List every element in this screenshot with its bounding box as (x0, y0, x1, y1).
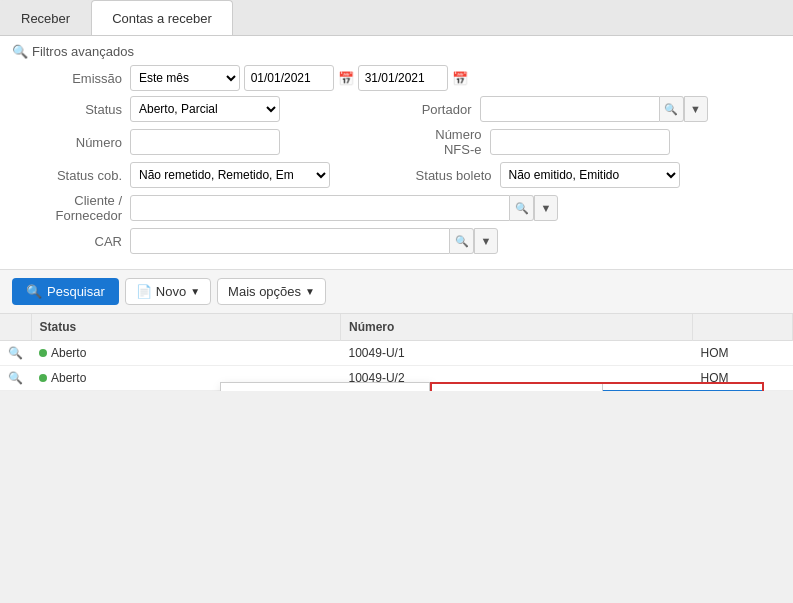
mais-chevron-icon: ▼ (305, 286, 315, 297)
table-area: Status Número 🔍 Aberto 10049-U/1 HOM 🔍 A… (0, 314, 793, 391)
table-row: 🔍 Aberto 10049-U/1 HOM (0, 341, 793, 366)
filter-row-emissao: Emissão Este mês 📅 📅 (12, 65, 781, 91)
menu-emissao[interactable]: Emissão (603, 390, 762, 391)
statusboleto-select[interactable]: Não emitido, Emitido (500, 162, 680, 188)
statuscob-label: Status cob. (12, 168, 122, 183)
document-icon: 📄 (136, 284, 152, 299)
row-numero: 10049-U/1 (341, 341, 693, 366)
tab-receber[interactable]: Receber (0, 0, 91, 35)
nfse-input[interactable] (490, 129, 670, 155)
status-select[interactable]: Aberto, Parcial (130, 96, 280, 122)
numero-input[interactable] (130, 129, 280, 155)
nfse-label: Número NFS-e (402, 127, 482, 157)
portador-input[interactable] (480, 96, 660, 122)
main-context-menu: Visualizar Recibo Histórico do cliente D… (220, 382, 430, 391)
row-search-icon[interactable]: 🔍 (0, 341, 31, 366)
mais-opcoes-button[interactable]: Mais opções ▼ (217, 278, 326, 305)
car-search-btn[interactable]: 🔍 (450, 228, 474, 254)
row-extra: HOM (693, 341, 793, 366)
alterar-submenu-container: Alterar▶ Rastrear▶ Consultar▶ Cobrança b… (430, 382, 764, 391)
filter-row-car: CAR 🔍 ▼ (12, 228, 781, 254)
novo-chevron-icon: ▼ (190, 286, 200, 297)
portador-dropdown-btn[interactable]: ▼ (684, 96, 708, 122)
portador-search-btn[interactable]: 🔍 (660, 96, 684, 122)
emissao-label: Emissão (12, 71, 122, 86)
statuscob-select[interactable]: Não remetido, Remetido, Em (130, 162, 330, 188)
date-from-input[interactable] (244, 65, 334, 91)
cliente-label: Cliente / Fornecedor (12, 193, 122, 223)
cliente-search-btn[interactable]: 🔍 (510, 195, 534, 221)
col-status: Status (31, 314, 341, 341)
filter-row-status: Status Aberto, Parcial Portador 🔍 ▼ (12, 96, 781, 122)
search-icon: 🔍 (26, 284, 42, 299)
calendar-to-icon[interactable]: 📅 (452, 71, 468, 86)
cliente-input[interactable] (130, 195, 510, 221)
car-dropdown-btn[interactable]: ▼ (474, 228, 498, 254)
numero-label: Número (12, 135, 122, 150)
status-label: Status (12, 102, 122, 117)
tabs-bar: Receber Contas a receber (0, 0, 793, 36)
date-to-input[interactable] (358, 65, 448, 91)
tab-contas-a-receber[interactable]: Contas a receber (91, 0, 233, 35)
filter-area: 🔍 Filtros avançados Emissão Este mês 📅 📅… (0, 36, 793, 270)
cliente-dropdown-btn[interactable]: ▼ (534, 195, 558, 221)
results-table: Status Número 🔍 Aberto 10049-U/1 HOM 🔍 A… (0, 314, 793, 391)
car-label: CAR (12, 234, 122, 249)
emissao-select[interactable]: Este mês (130, 65, 240, 91)
filter-row-cliente: Cliente / Fornecedor 🔍 ▼ (12, 193, 781, 223)
advanced-filters-toggle[interactable]: 🔍 Filtros avançados (12, 44, 781, 59)
row-search-icon[interactable]: 🔍 (0, 366, 31, 391)
emissao-submenu: Emissão Vencimento Valor Portador Espéci… (602, 384, 762, 391)
visualizar-title: Visualizar (221, 389, 429, 391)
dropdown-container: Visualizar Recibo Histórico do cliente D… (220, 382, 764, 391)
calendar-from-icon[interactable]: 📅 (338, 71, 354, 86)
car-input[interactable] (130, 228, 450, 254)
status-dot (39, 349, 47, 357)
filter-row-statuscob: Status cob. Não remetido, Remetido, Em S… (12, 162, 781, 188)
col-extra (693, 314, 793, 341)
filter-row-numero: Número Número NFS-e (12, 127, 781, 157)
search-button[interactable]: 🔍 Pesquisar (12, 278, 119, 305)
col-numero: Número (341, 314, 693, 341)
novo-button[interactable]: 📄 Novo ▼ (125, 278, 211, 305)
portador-label: Portador (402, 102, 472, 117)
search-icon: 🔍 (12, 44, 28, 59)
menu-alterar[interactable]: Alterar▶ (432, 390, 602, 391)
statusboleto-label: Status boleto (402, 168, 492, 183)
row-status: Aberto (31, 341, 341, 366)
alterar-submenu: Alterar▶ Rastrear▶ Consultar▶ Cobrança b… (432, 384, 602, 391)
status-dot (39, 374, 47, 382)
col-icon (0, 314, 31, 341)
action-bar: 🔍 Pesquisar 📄 Novo ▼ Mais opções ▼ (0, 270, 793, 314)
